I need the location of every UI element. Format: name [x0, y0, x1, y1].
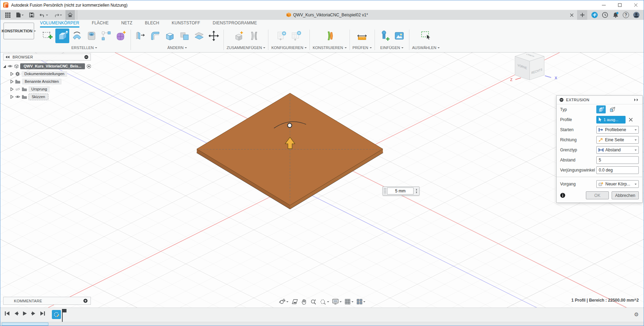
configuration-icon[interactable]	[275, 29, 289, 43]
configuration-table-icon[interactable]	[289, 29, 303, 43]
extrude-tool-icon[interactable]	[55, 29, 69, 43]
taper-angle-input[interactable]	[596, 166, 639, 174]
group-label-erstellen[interactable]: ERSTELLEN	[71, 44, 97, 51]
tree-item-ursprung[interactable]: Ursprung	[3, 86, 91, 93]
dimension-options-icon[interactable]	[414, 189, 418, 193]
group-label-zusammenfuegen[interactable]: ZUSAMMENFÜGEN	[227, 44, 265, 51]
play-icon[interactable]	[23, 311, 27, 316]
expander-closed-icon[interactable]	[10, 72, 14, 76]
tree-item-benannte-ansichten[interactable]: Benannte Ansichten	[3, 78, 91, 85]
expander-closed-icon[interactable]	[10, 95, 14, 99]
timeline-scrollbar[interactable]	[0, 322, 644, 326]
cancel-button[interactable]: Abbrechen	[612, 191, 639, 199]
step-forward-icon[interactable]	[31, 311, 36, 316]
browser-header[interactable]: BROWSER	[3, 54, 91, 61]
zoom-icon[interactable]	[311, 299, 317, 305]
tab-dienstprogramme[interactable]: DIENSTPROGRAMME	[213, 21, 257, 27]
body-extrusion[interactable]	[197, 93, 383, 209]
measure-icon[interactable]	[355, 29, 369, 43]
collapse-panel-icon[interactable]	[6, 56, 10, 58]
insert-fastener-icon[interactable]	[378, 29, 392, 43]
tree-item-label[interactable]: Dokumenteinstellungen	[22, 71, 67, 77]
viewports-icon[interactable]	[357, 299, 366, 304]
pan-icon[interactable]	[301, 299, 307, 305]
drag-grip-icon[interactable]	[384, 188, 386, 194]
group-label-auswaehlen[interactable]: AUSWÄHLEN	[412, 44, 440, 51]
tree-item-dokumenteinstellungen[interactable]: Dokumenteinstellungen	[3, 70, 91, 77]
timeline-scrollbar-handle[interactable]	[2, 323, 48, 326]
dimension-value-input[interactable]	[387, 188, 414, 194]
extrude-type-solid-button[interactable]	[596, 105, 606, 113]
group-label-aendern[interactable]: ÄNDERN	[167, 44, 187, 51]
visibility-eye-icon[interactable]	[15, 95, 20, 98]
distance-input[interactable]	[596, 156, 639, 164]
timeline-position-marker[interactable]	[62, 309, 66, 323]
construction-plane-icon[interactable]	[323, 29, 337, 43]
tree-item-label[interactable]: Skizzen	[29, 94, 48, 100]
data-panel-button[interactable]	[3, 10, 13, 20]
dialog-dock-icon[interactable]	[635, 98, 639, 101]
tree-item-skizzen[interactable]: Skizzen	[3, 93, 91, 100]
move-icon[interactable]	[207, 29, 221, 43]
orbit-icon[interactable]	[279, 299, 289, 305]
info-icon[interactable]	[560, 193, 565, 198]
minimize-button[interactable]	[596, 0, 612, 10]
group-label-pruefen[interactable]: PRÜFEN	[353, 44, 372, 51]
file-menu-button[interactable]	[14, 10, 26, 20]
joint-icon[interactable]	[246, 29, 260, 43]
profile-selection-button[interactable]: 1 ausg...	[596, 116, 626, 124]
comments-bar[interactable]: KOMMENTARE	[3, 297, 91, 305]
offset-face-icon[interactable]	[192, 29, 206, 43]
dimension-input-box[interactable]	[383, 186, 419, 196]
viewport-3d[interactable]: Y OBEN VORNE RECHTS X Z BROWSER	[0, 53, 644, 308]
operation-dropdown[interactable]: Neuer Körp...	[596, 180, 639, 188]
timeline-sketch-feature[interactable]	[52, 310, 61, 319]
expander-closed-icon[interactable]	[10, 80, 14, 84]
pattern-icon[interactable]	[99, 29, 113, 43]
group-label-konstruieren[interactable]: KONSTRUIEREN	[313, 44, 346, 51]
press-pull-icon[interactable]	[134, 29, 148, 43]
go-to-end-icon[interactable]	[40, 311, 45, 316]
redo-button[interactable]	[52, 10, 64, 20]
shell-icon[interactable]	[163, 29, 177, 43]
save-button[interactable]	[27, 10, 36, 20]
create-sketch-icon[interactable]	[41, 29, 55, 43]
fillet-icon[interactable]	[148, 29, 162, 43]
tab-volumenkoerper[interactable]: VOLUMENKÖRPER	[40, 21, 79, 27]
ok-button[interactable]: OK	[586, 191, 609, 199]
extrude-type-thin-button[interactable]	[607, 105, 617, 113]
profile-avatar[interactable]	[633, 12, 639, 18]
combine-icon[interactable]	[178, 29, 191, 43]
dialog-header[interactable]: EXTRUSION	[557, 96, 642, 104]
visibility-hidden-icon[interactable]	[15, 87, 20, 91]
tree-item-label[interactable]: QWV_Kurs_ViktoriaCNC_Beis...	[20, 63, 85, 69]
document-tab[interactable]: QWV_Kurs_ViktoriaCNC_Beispiel02 v1*	[77, 10, 578, 20]
visibility-eye-icon[interactable]	[8, 64, 12, 68]
fit-icon[interactable]	[320, 299, 329, 305]
step-back-icon[interactable]	[14, 311, 18, 316]
group-label-einfuegen[interactable]: EINFÜGEN	[380, 44, 403, 51]
activate-component-radio[interactable]	[87, 64, 91, 69]
expander-closed-icon[interactable]	[10, 87, 14, 91]
expander-open-icon[interactable]	[3, 65, 6, 68]
workspace-selector[interactable]: KONSTRUKTION	[3, 23, 34, 39]
add-comment-icon[interactable]	[83, 299, 88, 303]
origin-point[interactable]	[288, 123, 292, 127]
grid-settings-icon[interactable]	[345, 299, 354, 304]
tab-flaeche[interactable]: FLÄCHE	[92, 21, 109, 27]
maximize-button[interactable]	[612, 0, 628, 10]
close-button[interactable]	[628, 0, 644, 10]
look-at-icon[interactable]	[292, 299, 298, 304]
dialog-collapse-icon[interactable]	[559, 98, 564, 102]
job-status-icon[interactable]	[602, 12, 608, 18]
tree-item-root[interactable]: QWV_Kurs_ViktoriaCNC_Beis...	[3, 63, 91, 70]
tree-item-label[interactable]: Ursprung	[29, 86, 50, 92]
revolve-icon[interactable]	[70, 29, 84, 43]
hole-icon[interactable]	[85, 29, 99, 43]
new-component-icon[interactable]	[232, 29, 246, 43]
display-settings-icon[interactable]	[332, 299, 342, 304]
clear-selection-icon[interactable]	[629, 118, 633, 121]
go-to-start-icon[interactable]	[5, 311, 10, 316]
extensions-icon[interactable]	[591, 12, 598, 18]
extent-type-dropdown[interactable]: Abstand	[596, 146, 639, 154]
